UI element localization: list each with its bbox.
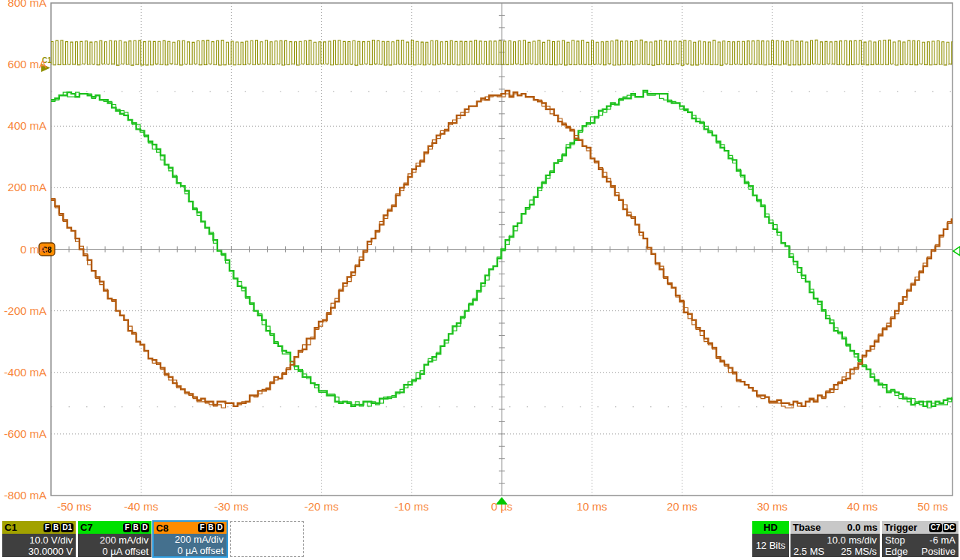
hd-bits: 12 Bits [755,540,786,551]
trigger-label: Trigger [884,522,917,533]
x-axis-tick-label: 50 ms [917,500,948,513]
waveform-plot: C1C8800 mA600 mA400 mA200 mA0 mA-200 mA-… [0,0,960,519]
channel-c8-badges: F B D [198,523,224,532]
c8-badge-f: F [198,523,206,532]
c7-badge-b: B [132,523,140,532]
timebase-header: Tbase 0.0 ms [790,521,880,534]
traces-group [51,40,956,408]
channel-box-c1[interactable]: C1 F B D1 10.0 V/div 30.0000 V [2,521,76,557]
c8-badge-b: B [207,523,215,532]
trigger-body: Stop -6 mA Edge Positive [882,534,958,557]
channel-c7-header: C7 F B D [78,521,152,534]
channel-c8-settings: 200 mA/div 0 µA offset [154,534,226,556]
y-axis-tick-label: 800 mA [8,0,46,9]
y-axis-tick-label: 400 mA [8,119,46,132]
trigger-source-badge: C7 [929,523,942,532]
c1-badge-b: B [52,523,60,532]
trigger-box[interactable]: Trigger C7 DC Stop -6 mA Edge Positive [882,521,958,557]
waveform-c7 [51,91,952,406]
y-axis-tick-label: 0 mA [20,243,46,256]
oscilloscope-screen: C1C8800 mA600 mA400 mA200 mA0 mA-200 mA-… [0,0,960,560]
trigger-level-marker[interactable] [953,247,960,256]
acquisition-box[interactable]: HD 12 Bits [752,521,789,557]
trigger-header: Trigger C7 DC [882,521,958,534]
trigger-level: -6 mA [929,535,956,546]
trigger-slope: Positive [921,546,956,557]
x-axis-tick-label: -30 ms [214,500,248,513]
timebase-samples: 2.5 MS [794,546,824,557]
waveform-c1 [51,40,956,65]
timebase-offset: 0.0 ms [848,522,878,533]
x-axis-tick-label: -50 ms [57,500,92,513]
c1-scale: 10.0 V/div [5,535,73,546]
timebase-rate: 25 MS/s [841,546,877,557]
channel-c7-settings: 200 mA/div 0 µA offset [78,534,152,557]
trigger-row-1: Stop -6 mA [885,535,956,546]
channel-c1-settings: 10.0 V/div 30.0000 V [2,534,76,557]
timebase-body: 10.0 ms/div 2.5 MS 25 MS/s [790,534,880,557]
trigger-row-2: Edge Positive [885,546,956,557]
x-axis-tick-label: -20 ms [304,500,339,513]
channel-box-c7[interactable]: C7 F B D 200 mA/div 0 µA offset [78,521,152,557]
trigger-mode: Stop [885,535,905,546]
empty-trace-slot[interactable] [230,521,304,557]
c8-scale: 200 mA/div [157,534,224,545]
hd-body: 12 Bits [752,534,789,557]
timebase-scale: 10.0 ms/div [794,535,877,546]
hd-label: HD [764,522,778,533]
c1-badge-d1: D1 [61,523,74,532]
hd-header: HD [752,521,789,534]
y-axis-tick-label: -200 mA [4,304,46,317]
x-axis-tick-label: 0 µs [491,500,513,513]
x-axis-tick-label: 30 ms [757,500,788,513]
channel-c7-badges: F B D [123,523,149,532]
x-axis-tick-label: -10 ms [394,500,429,513]
x-axis-tick-label: 10 ms [577,500,608,513]
y-axis-tick-label: -800 mA [4,489,46,502]
y-axis-tick-label: 200 mA [8,181,46,193]
c7-offset: 0 µA offset [81,546,148,557]
c7-scale: 200 mA/div [81,535,148,546]
timebase-label: Tbase [793,522,821,533]
channel-c8-header: C8 F B D [154,522,226,534]
y-axis-tick-label: -400 mA [4,366,46,379]
channel-c1-header: C1 F B D1 [2,521,76,534]
x-axis-tick-label: -40 ms [124,500,158,513]
channel-c8-label: C8 [156,523,169,534]
channel-c1-badges: F B D1 [44,523,74,532]
trigger-type: Edge [885,546,908,557]
x-axis-tick-label: 40 ms [847,500,878,513]
y-axis-tick-label: 600 mA [8,58,46,70]
timebase-box[interactable]: Tbase 0.0 ms 10.0 ms/div 2.5 MS 25 MS/s [790,521,880,557]
trigger-badges: C7 DC [929,523,956,532]
c8-badge-d: D [216,523,224,532]
y-axis-tick-label: -600 mA [4,427,46,440]
x-axis-tick-label: 20 ms [667,500,698,513]
channel-c7-label: C7 [80,522,93,533]
c1-offset: 30.0000 V [5,546,73,557]
c7-badge-f: F [123,523,130,532]
trigger-coupling-badge: DC [943,523,956,532]
c1-badge-f: F [44,523,51,532]
timebase-sampling: 2.5 MS 25 MS/s [794,546,877,557]
channel-box-c8-selected[interactable]: C8 F B D 200 mA/div 0 µA offset [152,520,228,558]
channel-c1-label: C1 [4,522,17,533]
c8-offset: 0 µA offset [157,545,224,556]
c7-badge-d: D [141,523,149,532]
